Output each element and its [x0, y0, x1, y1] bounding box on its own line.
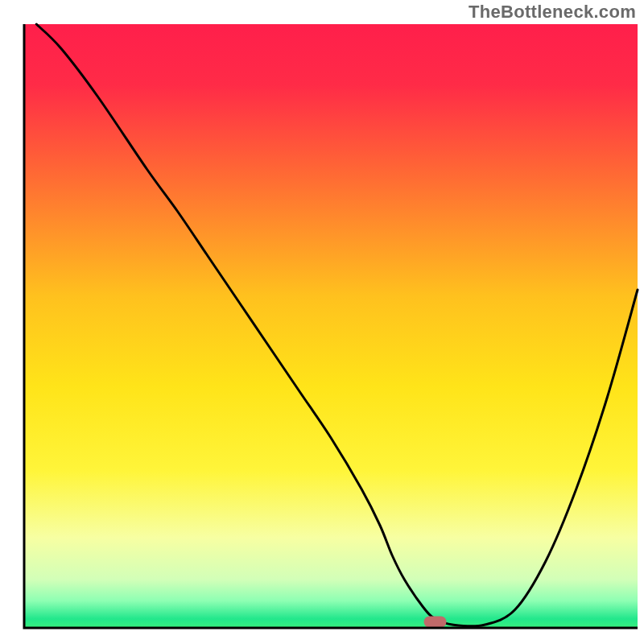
bottleneck-chart: TheBottleneck.com	[0, 0, 644, 644]
optimal-point-marker	[424, 617, 447, 628]
watermark-text: TheBottleneck.com	[469, 2, 636, 23]
chart-svg	[0, 0, 644, 644]
plot-background	[24, 24, 638, 628]
plot-area	[24, 24, 638, 628]
